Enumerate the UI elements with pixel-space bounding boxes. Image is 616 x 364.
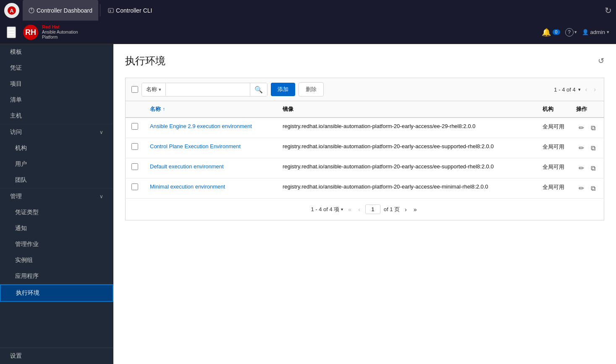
- sidebar-admin-items: 凭证类型 通知 管理作业 实例组 应用程序 执行环境: [0, 204, 113, 302]
- sidebar-item-teams[interactable]: 团队: [0, 172, 113, 188]
- sidebar-item-notifications[interactable]: 通知: [0, 220, 113, 236]
- row1-copy-button[interactable]: ⧉: [588, 123, 598, 133]
- row2-name-cell: Control Plane Execution Environment: [144, 138, 277, 158]
- notification-badge: 0: [553, 29, 560, 35]
- sidebar-item-applications[interactable]: 应用程序: [0, 268, 113, 284]
- username-label: admin: [590, 29, 605, 35]
- tab-controller-dashboard[interactable]: Controller Dashboard: [23, 0, 98, 21]
- sidebar-item-users[interactable]: 用户: [0, 156, 113, 172]
- row4-image-cell: registry.redhat.io/ansible-automation-pl…: [277, 178, 537, 199]
- pagination-count-dropdown[interactable]: ▾: [341, 207, 343, 212]
- row3-checkbox-cell: [126, 158, 144, 178]
- copy-icon: ⧉: [591, 185, 595, 192]
- delete-button[interactable]: 删除: [299, 82, 324, 97]
- next-page-button[interactable]: ›: [592, 85, 598, 94]
- filter-input[interactable]: [166, 84, 250, 95]
- row4-checkbox-cell: [126, 178, 144, 199]
- sidebar-item-inventories[interactable]: 清单: [0, 92, 113, 108]
- execution-environments-table: 名称 ↑ 镜像 机构 操作 Ansible Engine 2.9: [125, 101, 604, 199]
- search-button[interactable]: 🔍: [250, 83, 267, 96]
- row3-checkbox[interactable]: [131, 163, 138, 170]
- row4-org-cell: 全局可用: [537, 178, 570, 199]
- row2-name-link[interactable]: Control Plane Execution Environment: [150, 143, 241, 149]
- tab-controller-cli[interactable]: Controller CLI: [102, 0, 158, 21]
- last-page-button[interactable]: »: [412, 205, 419, 214]
- row3-image-cell: registry.redhat.io/ansible-automation-pl…: [277, 158, 537, 178]
- help-dropdown-arrow: ▾: [574, 29, 577, 35]
- table-row: Default execution environment registry.r…: [126, 158, 604, 178]
- th-checkbox: [126, 101, 144, 118]
- row4-checkbox[interactable]: [131, 183, 138, 190]
- filter-label-text: 名称: [146, 86, 157, 93]
- row3-copy-button[interactable]: ⧉: [588, 163, 598, 173]
- row4-copy-button[interactable]: ⧉: [588, 183, 598, 193]
- tab-controller-cli-label: Controller CLI: [116, 7, 152, 14]
- user-menu-button[interactable]: 👤 admin ▾: [582, 29, 609, 35]
- sidebar-access-items: 机构 用户 团队: [0, 140, 113, 188]
- page-number-input[interactable]: [365, 204, 380, 214]
- sidebar-section-admin[interactable]: 管理 ∨: [0, 188, 113, 204]
- row3-edit-button[interactable]: ✏: [576, 163, 587, 173]
- pagination-dropdown-arrow[interactable]: ▾: [578, 87, 581, 92]
- sidebar-item-settings[interactable]: 设置: [0, 348, 113, 364]
- sidebar-section-access[interactable]: 访问 ∨: [0, 124, 113, 140]
- filter-group: 名称 ▾ 🔍: [142, 83, 267, 97]
- row1-edit-button[interactable]: ✏: [576, 123, 587, 133]
- prev-page-bottom-button[interactable]: ‹: [356, 205, 362, 214]
- app-icon: A: [4, 3, 19, 18]
- sidebar-item-instance-groups[interactable]: 实例组: [0, 252, 113, 268]
- filter-label-button[interactable]: 名称 ▾: [142, 83, 166, 96]
- row1-name-link[interactable]: Ansible Engine 2.9 execution environment: [150, 123, 252, 129]
- pagination-top: 1 - 4 of 4 ▾ ‹ ›: [554, 85, 598, 94]
- first-page-button[interactable]: «: [346, 205, 353, 214]
- hamburger-button[interactable]: ☰: [7, 26, 16, 38]
- row1-checkbox-cell: [126, 118, 144, 138]
- row2-checkbox[interactable]: [131, 143, 138, 150]
- tab-controller-dashboard-label: Controller Dashboard: [37, 7, 92, 14]
- help-button[interactable]: ? ▾: [565, 28, 577, 37]
- sidebar-item-templates[interactable]: 模板: [0, 44, 113, 60]
- row2-org-cell: 全局可用: [537, 138, 570, 158]
- copy-icon: ⧉: [591, 144, 595, 152]
- history-button[interactable]: ↺: [598, 56, 604, 65]
- notifications-button[interactable]: 🔔 0: [542, 28, 560, 37]
- row4-name-link[interactable]: Minimal execution environment: [150, 183, 225, 190]
- select-all-checkbox[interactable]: [131, 86, 138, 93]
- sort-icon: ↑: [163, 106, 165, 112]
- pencil-icon: ✏: [579, 185, 584, 192]
- row2-actions-cell: ✏ ⧉: [570, 138, 604, 158]
- prev-page-button[interactable]: ‹: [583, 85, 590, 94]
- th-image: 镜像: [277, 101, 537, 118]
- sidebar-item-organizations[interactable]: 机构: [0, 140, 113, 156]
- sidebar-item-projects[interactable]: 项目: [0, 76, 113, 92]
- copy-icon: ⧉: [591, 124, 595, 131]
- row3-name-link[interactable]: Default execution environment: [150, 163, 224, 170]
- refresh-button[interactable]: ↻: [605, 0, 612, 21]
- sidebar-item-execution-environments[interactable]: 执行环境: [0, 284, 113, 302]
- name-sort-button[interactable]: 名称 ↑: [150, 105, 271, 113]
- add-button[interactable]: 添加: [271, 83, 295, 96]
- sidebar-bottom: 设置: [0, 348, 113, 364]
- app-header: ☰ RH Red Hat Ansible Automation Platform…: [0, 21, 616, 44]
- header-right: 🔔 0 ? ▾ 👤 admin ▾: [542, 28, 609, 37]
- sidebar: 模板 凭证 项目 清单 主机 访问 ∨ 机构 用户 团队: [0, 44, 113, 364]
- user-icon: 👤: [582, 29, 589, 35]
- th-actions: 操作: [570, 101, 604, 118]
- row3-actions: ✏ ⧉: [576, 163, 598, 173]
- help-icon: ?: [565, 28, 574, 37]
- admin-chevron-icon: ∨: [100, 194, 103, 199]
- sidebar-item-hosts[interactable]: 主机: [0, 108, 113, 124]
- history-icon: ↺: [598, 57, 604, 65]
- row2-copy-button[interactable]: ⧉: [588, 143, 598, 153]
- sidebar-item-credential-types[interactable]: 凭证类型: [0, 204, 113, 220]
- row4-edit-button[interactable]: ✏: [576, 183, 587, 193]
- next-page-bottom-button[interactable]: ›: [403, 205, 409, 214]
- pagination-count-label: 1 - 4 of 4 项 ▾: [311, 206, 343, 213]
- sidebar-item-management-jobs[interactable]: 管理作业: [0, 236, 113, 252]
- row1-name-cell: Ansible Engine 2.9 execution environment: [144, 118, 277, 138]
- sidebar-item-credentials[interactable]: 凭证: [0, 60, 113, 76]
- page-title: 执行环境: [125, 54, 165, 68]
- row1-checkbox[interactable]: [131, 123, 138, 130]
- row2-edit-button[interactable]: ✏: [576, 143, 587, 153]
- pencil-icon: ✏: [579, 124, 584, 131]
